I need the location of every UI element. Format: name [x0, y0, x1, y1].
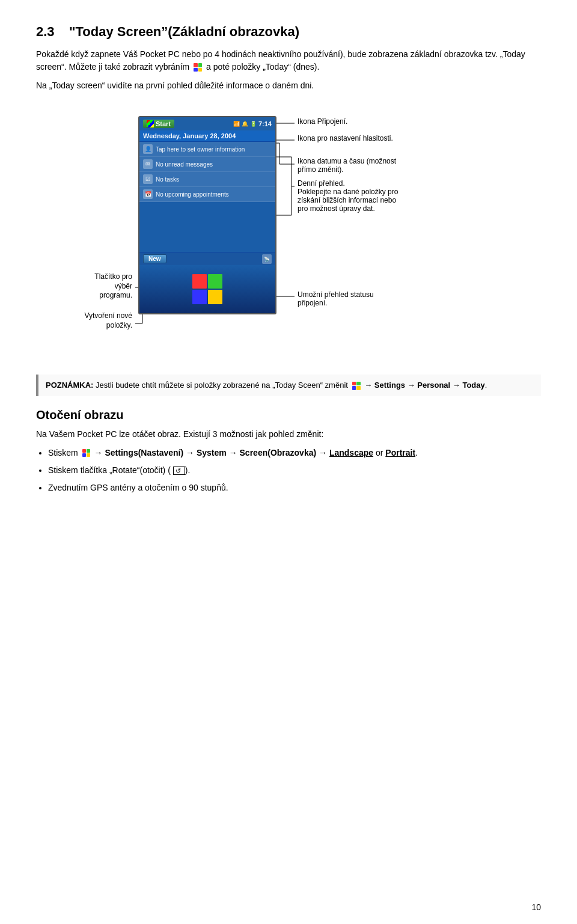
note-prefix: POZNÁMKA: [46, 381, 93, 390]
section2-title: Otočení obrazu [36, 408, 541, 422]
note-arrow2: → [408, 381, 415, 390]
signal-icon: 📶 [233, 121, 240, 127]
volume-icon: 🔔 [242, 121, 248, 127]
section2-intro: Na Vašem Pocket PC lze otáčet obraz. Exi… [36, 428, 541, 441]
diagram-inner: Tlačítko pro výběr programu. Vytvoření n… [78, 110, 499, 363]
note-arrow1: → [364, 381, 372, 390]
logo-q4 [208, 290, 222, 304]
page-number: 10 [531, 902, 541, 912]
note-settings: Settings [374, 381, 408, 390]
bullet2-text: Stiskem tlačítka „Rotate“(otočit) ( [48, 465, 171, 475]
note-personal: Personal [417, 381, 453, 390]
windows-logo-phone [192, 274, 222, 304]
time-display: 7:14 [258, 120, 272, 127]
phone-item-tasks-text: No tasks [156, 176, 179, 183]
bullet-list: Stiskem → Settings(Nastavení) → System →… [48, 447, 541, 494]
windows-logo-inline-note [352, 382, 361, 390]
connection-status-icon: 📡 [262, 254, 272, 264]
paragraph-2: Na „Today screen“ uvidíte na první pohle… [36, 79, 541, 92]
logo-q1 [192, 274, 207, 289]
windows-logo-inline-icon [194, 63, 202, 72]
owner-icon: 👤 [143, 144, 153, 154]
section-heading: 2.3 "Today Screen”(Základní obrazovka) [36, 24, 541, 40]
bullet1-landscape: Landscape [329, 448, 373, 457]
phone-taskbar: Start 📶 🔔 🔋 7:14 [139, 117, 275, 130]
phone-item-messages[interactable]: ✉ No unread messages [139, 157, 275, 172]
ikona-datumu-text: Ikona datumu a času (možnost přímo změni… [298, 157, 396, 174]
para2-text: Na „Today screen“ uvidíte na první pohle… [36, 81, 314, 90]
battery-icon: 🔋 [250, 121, 257, 127]
windows-flag-icon [147, 120, 154, 127]
section2-p1-text: Na Vašem Pocket PC lze otáčet obraz. Exi… [36, 429, 323, 439]
bullet1-or: or [376, 448, 385, 457]
callout-denni-prehled: Denní přehled. Poklepejte na dané položk… [298, 179, 398, 213]
phone-screen-mockup: Start 📶 🔔 🔋 7:14 Wednesday, January 28, … [138, 116, 276, 314]
section-title-text: Today Screen”(Základní obrazovka) [75, 24, 299, 39]
bullet1-portrait: Portrait [385, 448, 415, 457]
ikona-pripojeni-text: Ikona Připojení. [298, 117, 347, 126]
note-box: POZNÁMKA: Jestli budete chtít můžete si … [36, 375, 541, 396]
bullet2-suffix: ). [185, 465, 191, 475]
note-today: Today [462, 381, 484, 390]
bullet-item-1: Stiskem → Settings(Nastavení) → System →… [48, 447, 541, 459]
phone-item-appointments[interactable]: 📅 No upcoming appointments [139, 187, 275, 202]
paragraph-1: Pokaždé když zapnete Váš Pocket PC nebo … [36, 48, 541, 73]
new-button[interactable]: New [143, 254, 166, 263]
windows-logo-bullet1 [82, 449, 90, 457]
callout-umozneni: Umožní přehled statusu připojení. [298, 290, 374, 307]
bullet3-text: Zvednutím GPS antény a otočením o 90 stu… [48, 483, 228, 492]
callout-tlacitko: Tlačítko pro výběr programu. [78, 272, 132, 301]
diagram-area: Tlačítko pro výběr programu. Vytvoření n… [36, 110, 541, 363]
phone-new-bar: New [139, 252, 275, 265]
bullet1-prefix: Stiskem [48, 448, 78, 457]
phone-item-owner-text: Tap here to set owner information [156, 146, 245, 153]
callout-ikona-datumu: Ikona datumu a času (možnost přímo změni… [298, 157, 396, 174]
vytvoreni-label-text: Vytvoření nové položky. [84, 311, 132, 329]
phone-date-text: Wednesday, January 28, 2004 [143, 132, 236, 139]
tlacitko-label-text: Tlačítko pro výběr programu. [94, 272, 132, 299]
logo-q3 [192, 290, 207, 304]
callout-vytvoreni: Vytvoření nové položky. [78, 311, 132, 330]
phone-bottom-area [139, 265, 275, 313]
bullet-item-3: Zvednutím GPS antény a otočením o 90 stu… [48, 482, 541, 494]
bullet-item-2: Stiskem tlačítka „Rotate“(otočit) ( ↺ ). [48, 464, 541, 477]
denni-prehled-detail-text: Poklepejte na dané položky pro získání b… [298, 188, 398, 213]
callout-ikona-pripojeni: Ikona Připojení. [298, 117, 347, 127]
callout-ikona-hlasitosti: Ikona pro nastavení hlasitosti. [298, 134, 393, 142]
calendar-icon: 📅 [143, 189, 153, 199]
section-number: 2.3 [36, 24, 55, 39]
messages-icon: ✉ [143, 159, 153, 169]
umozneni-label-text: Umožní přehled statusu připojení. [298, 290, 374, 307]
phone-item-owner[interactable]: 👤 Tap here to set owner information [139, 142, 275, 157]
note-text: Jestli budete chtít můžete si položky zo… [93, 381, 347, 390]
tasks-icon: ☑ [143, 174, 153, 184]
phone-item-messages-text: No unread messages [156, 161, 213, 168]
start-label: Start [156, 120, 171, 127]
rotate-icon: ↺ [173, 467, 185, 475]
logo-q2 [208, 274, 222, 289]
note-arrow3: → [453, 381, 460, 390]
taskbar-right-icons: 📶 🔔 🔋 7:14 [233, 120, 272, 127]
para1b-text: a poté položky „Today“ (dnes). [206, 62, 319, 72]
bullet1-middle: → Settings(Nastavení) → System → Screen(… [94, 448, 327, 457]
phone-item-appointments-text: No upcoming appointments [156, 191, 229, 198]
denni-prehled-label-text: Denní přehled. [298, 179, 345, 188]
section2-title-text: Otočení obrazu [36, 408, 124, 421]
phone-item-tasks[interactable]: ☑ No tasks [139, 172, 275, 187]
rotate-icon-char: ↺ [176, 467, 181, 474]
bullet1-suffix: . [415, 448, 418, 457]
phone-date-row: Wednesday, January 28, 2004 [139, 130, 275, 142]
start-button[interactable]: Start [143, 120, 174, 128]
page-number-text: 10 [531, 902, 541, 912]
ikona-hlasitosti-text: Ikona pro nastavení hlasitosti. [298, 134, 393, 142]
